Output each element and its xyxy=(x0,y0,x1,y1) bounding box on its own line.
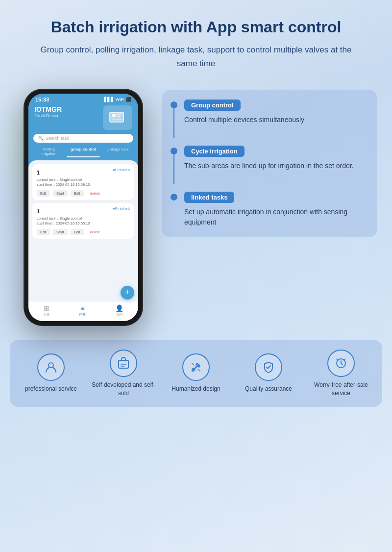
professional-icon-circle xyxy=(37,353,65,381)
feature-content-1: Group control Control multiple devices s… xyxy=(184,100,368,125)
phone-device-count: 2unitsDevice xyxy=(34,113,62,118)
quality-icon-circle xyxy=(255,353,282,381)
task-edit-btn-1[interactable]: Edit xyxy=(37,190,50,197)
page-title: Batch irrigation with App smart control xyxy=(29,18,363,36)
task-number-2: 1 xyxy=(37,208,40,214)
feature-dot-3 xyxy=(171,194,177,201)
humanized-icon-circle xyxy=(182,353,210,381)
task-time-label-1: start time：2024-05-16 15:59:10 xyxy=(37,182,130,187)
task-edit2-btn-1[interactable]: Edit xyxy=(71,190,84,197)
task-number-1: 1 xyxy=(37,170,40,176)
svg-rect-0 xyxy=(110,112,123,122)
phone-container: 15:33 ▋▋▋ WiFi ⬛ IOTMGR 2unitsDevice xyxy=(15,85,152,325)
task-edit2-btn-2[interactable]: Edit xyxy=(71,229,84,235)
task-status-1: ●Finished xyxy=(113,168,130,172)
task-card-2: 1 ●Finished control task：Single control … xyxy=(32,203,134,239)
phone-hero-icon xyxy=(103,105,132,130)
task-card-1: 1 ●Finished control task：Single control … xyxy=(32,164,134,200)
phone-search-bar[interactable]: 🔍 Search task xyxy=(33,134,133,143)
phone-mockup: 15:33 ▋▋▋ WiFi ⬛ IOTMGR 2unitsDevice xyxy=(24,90,142,325)
bottom-item-quality: Quality assurance xyxy=(232,353,305,393)
feature-desc-group-control: Control multiple devices simultaneously xyxy=(184,115,368,125)
nav-device-label: 设备 xyxy=(43,313,50,317)
phone-tabs: Pollingirrigation group control Linkage … xyxy=(32,146,134,157)
task-status-2: ●Finished xyxy=(113,206,130,211)
nav-profile-label: 我的 xyxy=(116,313,123,317)
nav-profile-icon: 👤 xyxy=(115,304,123,312)
task-start-btn-2[interactable]: Start xyxy=(53,229,68,235)
feature-line-2 xyxy=(173,154,174,184)
battery-icon: ⬛ xyxy=(126,97,131,102)
status-time: 15:33 xyxy=(35,97,49,102)
main-content: 15:33 ▋▋▋ WiFi ⬛ IOTMGR 2unitsDevice xyxy=(0,80,392,335)
page-wrapper: Batch irrigation with App smart control … xyxy=(0,0,392,552)
svg-rect-2 xyxy=(117,114,122,115)
feature-line-1 xyxy=(173,108,174,138)
wifi-icon: WiFi xyxy=(116,97,124,102)
task-info-2: control task：Single control start time：2… xyxy=(37,216,130,226)
phone-cards-area: 1 ●Finished control task：Single control … xyxy=(28,160,138,301)
task-control-label-1: control task：Single control xyxy=(37,177,130,182)
nav-task-icon: ≡ xyxy=(80,304,84,312)
self-developed-label: Self-developed and self-sold xyxy=(87,381,160,398)
svg-rect-4 xyxy=(112,119,122,120)
phone-bottom-nav: ⊞ 设备 ≡ 任务 👤 我的 xyxy=(28,301,138,321)
nav-device-icon: ⊞ xyxy=(44,304,49,312)
after-sale-icon-circle xyxy=(327,350,355,377)
nav-item-task[interactable]: ≡ 任务 xyxy=(79,304,86,317)
features-panel: Group control Control multiple devices s… xyxy=(162,90,377,237)
feature-dot-line-2 xyxy=(171,146,177,184)
professional-label: professional service xyxy=(25,385,77,393)
bottom-item-self-developed: Self-developed and self-sold xyxy=(87,350,160,398)
task-start-btn-1[interactable]: Start xyxy=(53,190,68,197)
phone-header: IOTMGR 2unitsDevice xyxy=(28,103,138,134)
phone-tab-group[interactable]: group control xyxy=(67,146,100,157)
svg-rect-1 xyxy=(112,114,116,117)
feature-item-cycle-irrigation: Cycle irrigation The sub-areas are lined… xyxy=(171,146,368,184)
fab-add-button[interactable]: + xyxy=(121,286,134,300)
header-section: Batch irrigation with App smart control … xyxy=(0,0,392,80)
phone-tab-polling[interactable]: Pollingirrigation xyxy=(32,146,66,157)
search-placeholder: Search task xyxy=(46,136,69,141)
feature-item-group-control: Group control Control multiple devices s… xyxy=(171,100,368,138)
feature-content-2: Cycle irrigation The sub-areas are lined… xyxy=(184,146,368,171)
feature-badge-cycle-irrigation: Cycle irrigation xyxy=(184,146,245,157)
phone-app-info: IOTMGR 2unitsDevice xyxy=(34,105,62,118)
task-delete-btn-2[interactable]: delete xyxy=(87,229,103,235)
feature-badge-linked-tasks: linked tasks xyxy=(184,192,234,203)
task-actions-1: Edit Start Edit delete xyxy=(37,190,130,197)
feature-badge-group-control: Group control xyxy=(184,100,241,111)
feature-dot-1 xyxy=(171,101,177,108)
phone-screen: 15:33 ▋▋▋ WiFi ⬛ IOTMGR 2unitsDevice xyxy=(28,94,138,321)
self-developed-icon-circle xyxy=(110,350,137,377)
task-control-label-2: control task：Single control xyxy=(37,216,130,221)
feature-desc-linked-tasks: Set up automatic irrigation in conjuncti… xyxy=(184,207,368,227)
feature-desc-cycle-irrigation: The sub-areas are lined up for irrigatio… xyxy=(184,161,368,171)
bottom-section: professional service Self-developed and … xyxy=(10,340,382,407)
task-delete-btn-1[interactable]: delete xyxy=(87,190,103,197)
search-icon: 🔍 xyxy=(38,136,44,141)
feature-item-linked-tasks: linked tasks Set up automatic irrigation… xyxy=(171,192,368,227)
feature-content-3: linked tasks Set up automatic irrigation… xyxy=(184,192,368,227)
phone-status-bar: 15:33 ▋▋▋ WiFi ⬛ xyxy=(28,94,138,103)
phone-tab-linkage[interactable]: Linkage task xyxy=(101,146,134,157)
nav-task-label: 任务 xyxy=(79,313,86,317)
svg-rect-3 xyxy=(117,116,120,117)
nav-item-device[interactable]: ⊞ 设备 xyxy=(43,304,50,317)
feature-dot-line-1 xyxy=(171,100,177,138)
task-actions-2: Edit Start Edit delete xyxy=(37,229,130,235)
task-time-label-2: start time：2024-05-16 15:55:10 xyxy=(37,221,130,226)
bottom-item-humanized: Humanized design xyxy=(160,353,232,393)
feature-dot-2 xyxy=(171,148,177,154)
phone-app-name: IOTMGR xyxy=(34,105,62,113)
feature-dot-line-3 xyxy=(171,192,177,201)
after-sale-label: Worry-free after-sale service xyxy=(305,381,377,398)
bottom-item-after-sale: Worry-free after-sale service xyxy=(305,350,377,398)
signal-icon: ▋▋▋ xyxy=(104,97,114,102)
task-edit-btn-2[interactable]: Edit xyxy=(37,229,50,235)
nav-item-profile[interactable]: 👤 我的 xyxy=(115,304,123,317)
quality-label: Quality assurance xyxy=(245,385,292,393)
bottom-item-professional: professional service xyxy=(15,353,87,393)
status-icons: ▋▋▋ WiFi ⬛ xyxy=(104,97,131,102)
page-subtitle: Group control, polling irrigation, linka… xyxy=(29,43,363,70)
